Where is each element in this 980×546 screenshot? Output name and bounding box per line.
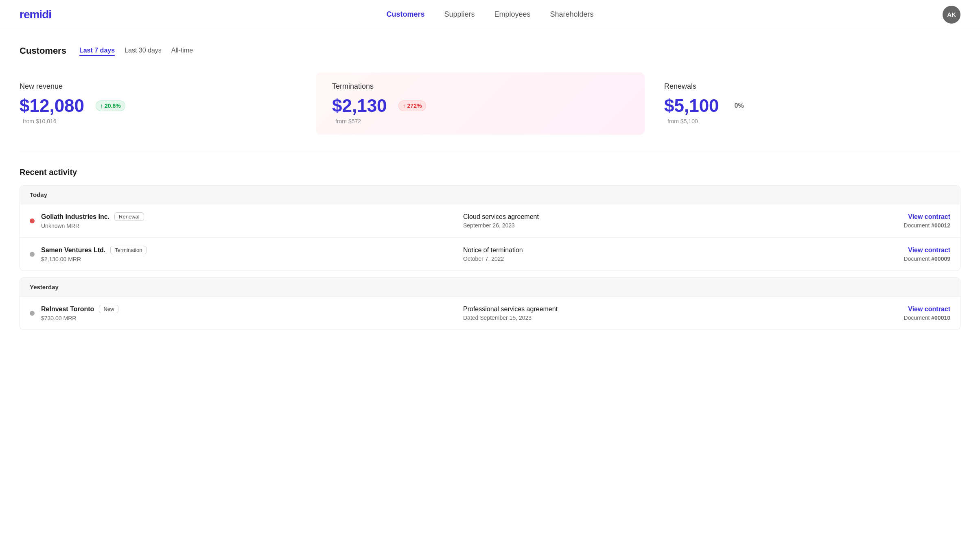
activity-right-reinvest: View contract Document #00010 [885, 306, 950, 321]
terminations-label: Terminations [332, 82, 628, 91]
activity-group-today: Today Goliath Industries Inc. Renewal Un… [20, 185, 960, 271]
activity-left-samen: Samen Ventures Ltd. Termination $2,130.0… [41, 246, 457, 262]
dot-reinvest [30, 311, 35, 316]
filter-tab-30days[interactable]: Last 30 days [125, 46, 162, 56]
activity-right-goliath: View contract Document #00012 [885, 213, 950, 229]
activity-center-reinvest: Professional services agreement Dated Se… [463, 306, 879, 321]
nav-item-employees[interactable]: Employees [494, 10, 530, 19]
samen-view-contract[interactable]: View contract [885, 247, 950, 254]
samen-doc-number: Document #00009 [885, 256, 950, 262]
goliath-view-contract[interactable]: View contract [885, 213, 950, 221]
activity-name-row-samen: Samen Ventures Ltd. Termination [41, 246, 457, 254]
reinvest-doc-number: Document #00010 [885, 314, 950, 321]
activity-left-reinvest: ReInvest Toronto New $730.00 MRR [41, 305, 457, 321]
goliath-mrr: Unknown MRR [41, 223, 457, 229]
new-revenue-row: $12,080 ↑ 20.6% [20, 96, 316, 116]
new-revenue-label: New revenue [20, 82, 316, 91]
up-arrow-icon: ↑ [403, 103, 406, 109]
samen-name: Samen Ventures Ltd. [41, 247, 105, 254]
new-revenue-badge: ↑ 20.6% [96, 100, 125, 111]
renewals-badge: 0% [731, 100, 748, 111]
terminations-from: from $572 [335, 118, 361, 124]
renewals-label: Renewals [664, 82, 960, 91]
section-title: Recent activity [20, 168, 960, 177]
activity-group-today-header: Today [20, 186, 960, 204]
new-revenue-from: from $10,016 [23, 118, 57, 124]
filter-tabs: Last 7 days Last 30 days All-time [79, 46, 193, 56]
renewals-from: from $5,100 [667, 118, 698, 124]
metric-terminations: Terminations $2,130 ↑ 272% from $572 [316, 72, 645, 135]
reinvest-name: ReInvest Toronto [41, 306, 94, 313]
recent-activity-section: Recent activity Today Goliath Industries… [20, 168, 960, 330]
terminations-row: $2,130 ↑ 272% [332, 96, 628, 116]
new-revenue-value: $12,080 [20, 96, 84, 116]
page-header: Customers Last 7 days Last 30 days All-t… [20, 46, 960, 56]
reinvest-date: Dated September 15, 2023 [463, 314, 879, 321]
activity-item-samen: Samen Ventures Ltd. Termination $2,130.0… [20, 237, 960, 271]
reinvest-tag: New [99, 305, 118, 313]
up-arrow-icon: ↑ [100, 103, 103, 109]
samen-date: October 7, 2022 [463, 256, 879, 262]
metric-new-revenue: New revenue $12,080 ↑ 20.6% from $10,016 [20, 72, 316, 135]
metrics-section: New revenue $12,080 ↑ 20.6% from $10,016… [20, 72, 960, 151]
activity-center-samen: Notice of termination October 7, 2022 [463, 247, 879, 262]
goliath-doc-number: Document #00012 [885, 222, 950, 229]
goliath-contract: Cloud services agreement [463, 213, 879, 221]
logo: remidi [20, 8, 51, 21]
main-nav: Customers Suppliers Employees Shareholde… [386, 10, 593, 19]
dot-goliath [30, 218, 35, 223]
nav-item-suppliers[interactable]: Suppliers [444, 10, 475, 19]
samen-tag: Termination [110, 246, 147, 254]
dot-samen [30, 252, 35, 257]
activity-name-row-reinvest: ReInvest Toronto New [41, 305, 457, 313]
reinvest-mrr: $730.00 MRR [41, 315, 457, 321]
activity-item-reinvest: ReInvest Toronto New $730.00 MRR Profess… [20, 296, 960, 330]
nav-item-customers[interactable]: Customers [386, 10, 424, 19]
activity-right-samen: View contract Document #00009 [885, 247, 950, 262]
metric-renewals: Renewals $5,100 0% from $5,100 [645, 72, 960, 135]
activity-center-goliath: Cloud services agreement September 26, 2… [463, 213, 879, 229]
activity-group-yesterday: Yesterday ReInvest Toronto New $730.00 M… [20, 277, 960, 330]
renewals-row: $5,100 0% [664, 96, 960, 116]
filter-tab-alltime[interactable]: All-time [171, 46, 193, 56]
terminations-value: $2,130 [332, 96, 387, 116]
reinvest-view-contract[interactable]: View contract [885, 306, 950, 313]
goliath-name: Goliath Industries Inc. [41, 213, 109, 221]
activity-left-goliath: Goliath Industries Inc. Renewal Unknown … [41, 212, 457, 229]
terminations-badge: ↑ 272% [398, 100, 427, 111]
samen-mrr: $2,130.00 MRR [41, 256, 457, 262]
activity-item-goliath: Goliath Industries Inc. Renewal Unknown … [20, 204, 960, 237]
avatar[interactable]: AK [943, 6, 960, 24]
activity-group-yesterday-header: Yesterday [20, 278, 960, 296]
filter-tab-7days[interactable]: Last 7 days [79, 46, 115, 56]
reinvest-contract: Professional services agreement [463, 306, 879, 313]
nav-item-shareholders[interactable]: Shareholders [550, 10, 594, 19]
samen-contract: Notice of termination [463, 247, 879, 254]
renewals-value: $5,100 [664, 96, 719, 116]
activity-name-row-goliath: Goliath Industries Inc. Renewal [41, 212, 457, 221]
goliath-date: September 26, 2023 [463, 222, 879, 229]
goliath-tag: Renewal [114, 212, 144, 221]
page-title: Customers [20, 46, 66, 56]
